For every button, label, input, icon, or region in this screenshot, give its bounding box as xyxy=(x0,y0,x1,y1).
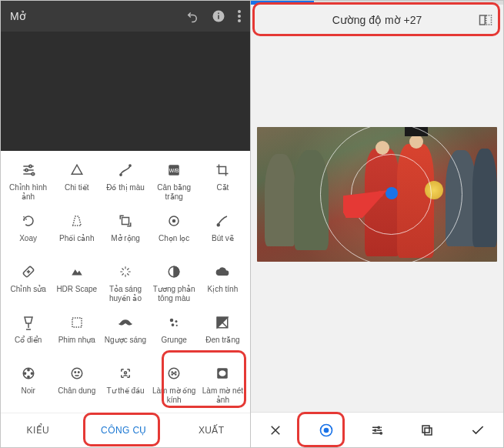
tool-hdr[interactable]: HDR Scape xyxy=(52,260,101,306)
tool-label: Mở rộng xyxy=(111,234,140,252)
tool-label: Chân dung xyxy=(58,386,95,405)
brush-icon xyxy=(215,212,229,229)
tool-vintage[interactable]: Cổ điển xyxy=(4,311,52,357)
tool-head-pose[interactable]: Tư thế đầu xyxy=(101,362,149,408)
tool-drama[interactable]: Kịch tính xyxy=(199,260,247,306)
tool-selective[interactable]: Chọn lọc xyxy=(150,209,199,256)
tool-label: Grunge xyxy=(162,336,187,354)
svg-point-23 xyxy=(176,325,178,326)
tool-vignette[interactable]: Làm mờ nét ảnh xyxy=(199,362,247,408)
tools-grid: Chỉnh hình ảnh Chi tiết Đồ thị màu W/BCâ… xyxy=(1,151,250,413)
undo-icon[interactable] xyxy=(185,9,199,23)
sliders-icon xyxy=(21,162,36,179)
tool-label: Tương phản tông màu xyxy=(152,285,197,303)
tool-grunge[interactable]: Grunge xyxy=(150,311,199,357)
info-icon[interactable] xyxy=(212,9,225,23)
svg-point-37 xyxy=(172,374,172,375)
svg-point-31 xyxy=(75,372,76,373)
svg-point-26 xyxy=(27,369,28,370)
tool-noir[interactable]: Noir xyxy=(4,362,52,408)
rotate-icon xyxy=(22,212,35,229)
vignette-icon xyxy=(215,365,229,382)
tool-healing[interactable]: Chỉnh sửa xyxy=(4,260,52,306)
sparkle-icon xyxy=(118,263,132,280)
lens-blur-icon xyxy=(167,365,181,382)
tool-bw[interactable]: Đen trắng xyxy=(199,311,247,357)
compare-icon[interactable] xyxy=(479,14,492,26)
photo-canvas[interactable] xyxy=(251,35,503,412)
tool-label: Chỉnh hình ảnh xyxy=(5,183,51,202)
svg-point-10 xyxy=(129,165,131,166)
perspective-icon xyxy=(70,212,84,229)
hdr-icon xyxy=(70,263,84,280)
face-icon xyxy=(70,365,84,382)
tool-label: Đồ thị màu xyxy=(106,183,145,202)
svg-point-41 xyxy=(219,370,226,376)
tool-curves[interactable]: Đồ thị màu xyxy=(101,159,149,205)
tool-grainy-film[interactable]: Phim nhựa xyxy=(52,311,101,357)
adjust-button[interactable] xyxy=(370,423,384,437)
tool-expand[interactable]: Mở rộng xyxy=(101,209,149,256)
tab-export[interactable]: XUẤT xyxy=(199,425,225,436)
svg-point-16 xyxy=(218,224,220,226)
tool-portrait[interactable]: Chân dung xyxy=(52,362,101,408)
tab-tools[interactable]: CÔNG CỤ xyxy=(101,425,147,436)
reel-icon xyxy=(22,365,35,382)
close-button[interactable] xyxy=(269,423,282,437)
svg-point-22 xyxy=(172,323,175,326)
svg-rect-51 xyxy=(425,428,432,435)
svg-text:W/B: W/B xyxy=(169,168,179,173)
mustache-icon xyxy=(117,314,134,331)
svg-rect-13 xyxy=(122,218,129,225)
tool-retrolux[interactable]: Ngược sáng xyxy=(101,311,149,357)
strength-readout: Cường độ mờ +27 xyxy=(251,5,503,35)
svg-point-47 xyxy=(378,426,379,428)
svg-point-32 xyxy=(78,372,79,373)
tool-perspective[interactable]: Phối cảnh xyxy=(52,209,101,256)
tool-lens-blur[interactable]: Làm mờ ống kính xyxy=(150,362,199,408)
header: Mở xyxy=(1,1,250,32)
styles-button[interactable] xyxy=(420,423,434,437)
svg-rect-1 xyxy=(218,15,219,19)
tool-label: Cân bằng trắng xyxy=(152,183,197,202)
svg-point-39 xyxy=(174,373,175,373)
curves-icon xyxy=(118,162,132,179)
tool-rotate[interactable]: Xoay xyxy=(4,209,52,256)
tool-label: Tỏa sáng huyền ảo xyxy=(102,285,148,303)
svg-point-48 xyxy=(375,429,376,430)
tool-label: Kịch tính xyxy=(208,285,239,303)
tool-tune-image[interactable]: Chỉnh hình ảnh xyxy=(4,159,52,205)
tool-tonal-contrast[interactable]: Tương phản tông màu xyxy=(150,260,199,306)
svg-point-29 xyxy=(24,373,25,374)
tool-crop[interactable]: Cắt xyxy=(199,159,247,205)
cloud-icon xyxy=(215,263,230,280)
photo[interactable] xyxy=(257,127,497,262)
head-pose-icon xyxy=(118,365,132,382)
grunge-icon xyxy=(167,314,181,331)
tool-brush[interactable]: Bút vẽ xyxy=(199,209,247,256)
tool-details[interactable]: Chi tiết xyxy=(52,159,101,205)
header-title[interactable]: Mở xyxy=(10,10,173,22)
tool-white-balance[interactable]: W/BCân bằng trắng xyxy=(150,159,199,205)
crop-icon xyxy=(215,162,229,179)
svg-point-4 xyxy=(238,15,241,18)
svg-point-46 xyxy=(325,428,329,432)
tab-styles[interactable]: KIỂU xyxy=(26,425,49,436)
svg-point-27 xyxy=(31,373,32,374)
tool-label: Tư thế đầu xyxy=(106,386,144,405)
tool-glamour-glow[interactable]: Tỏa sáng huyền ảo xyxy=(101,260,149,306)
lamp-icon xyxy=(22,314,35,331)
svg-point-33 xyxy=(124,372,126,374)
wb-icon: W/B xyxy=(167,162,181,179)
svg-point-20 xyxy=(170,319,174,323)
svg-rect-50 xyxy=(422,426,429,433)
tool-label: HDR Scape xyxy=(56,285,97,303)
contrast-icon xyxy=(167,263,181,280)
apply-button[interactable] xyxy=(470,424,486,436)
tool-label: Phối cảnh xyxy=(59,234,94,252)
film-icon xyxy=(70,314,84,331)
focus-button[interactable] xyxy=(319,423,334,438)
image-preview xyxy=(1,32,250,151)
svg-point-49 xyxy=(380,432,382,433)
more-icon[interactable] xyxy=(238,10,241,22)
